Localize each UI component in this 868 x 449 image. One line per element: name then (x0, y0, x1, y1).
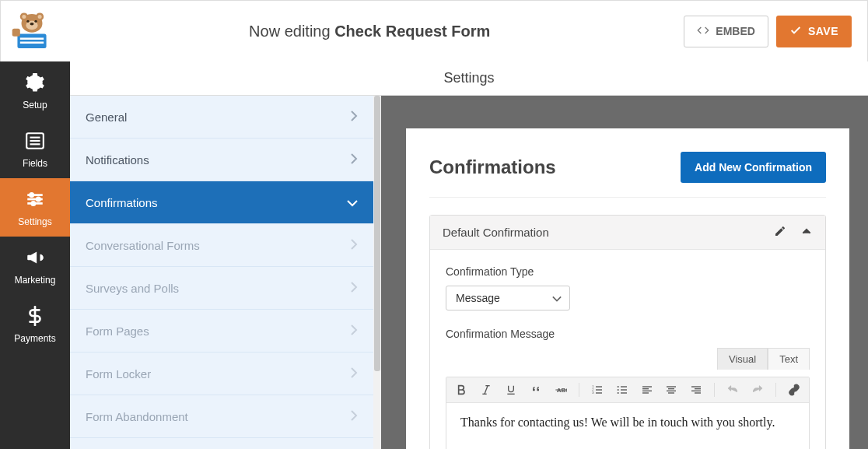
svg-point-39 (617, 389, 618, 391)
save-button[interactable]: SAVE (776, 16, 852, 47)
underline-icon[interactable] (504, 382, 518, 398)
nav-label: Setup (23, 100, 47, 110)
strikethrough-icon[interactable]: ABC (554, 382, 568, 398)
code-icon (697, 24, 709, 39)
save-label: SAVE (808, 25, 838, 37)
sliders-icon (0, 189, 70, 212)
submenu-label: Confirmations (86, 196, 158, 209)
nav-payments[interactable]: Payments (0, 295, 70, 353)
logo (9, 10, 55, 52)
message-label: Confirmation Message (446, 328, 810, 340)
nav-settings[interactable]: Settings (0, 178, 70, 237)
svg-point-4 (38, 15, 42, 19)
submenu-label: General (86, 110, 127, 124)
settings-submenu: General Notifications Confirmations Conv… (70, 96, 381, 449)
check-icon (789, 24, 802, 39)
nav-label: Marketing (15, 275, 56, 286)
chevron-right-icon (350, 110, 358, 124)
chevron-down-icon (347, 196, 358, 209)
list-ul-icon[interactable] (615, 382, 629, 398)
submenu-conversational-forms[interactable]: Conversational Forms (70, 224, 373, 267)
svg-line-23 (485, 386, 488, 395)
nav-marketing[interactable]: Marketing (0, 237, 70, 295)
submenu-form-locker[interactable]: Form Locker (70, 353, 373, 395)
align-center-icon[interactable] (665, 382, 679, 398)
nav-fields[interactable]: Fields (0, 120, 70, 178)
svg-text:3: 3 (592, 391, 594, 395)
submenu-label: Form Pages (86, 324, 149, 338)
svg-point-22 (32, 202, 35, 205)
scrollbar-thumb[interactable] (374, 96, 380, 371)
svg-rect-9 (17, 33, 46, 48)
list-ol-icon[interactable]: 123 (590, 382, 604, 398)
svg-rect-10 (20, 37, 44, 40)
content-column: Confirmations Add New Confirmation Defau… (381, 96, 868, 449)
italic-icon[interactable] (479, 382, 493, 398)
toolbar-separator (775, 383, 776, 397)
svg-point-8 (30, 23, 33, 25)
content-card: Confirmations Add New Confirmation Defau… (406, 128, 849, 449)
bullhorn-icon (0, 247, 70, 270)
submenu-surveys-polls[interactable]: Surveys and Polls (70, 267, 373, 310)
submenu-general[interactable]: General (70, 96, 373, 139)
topbar: Now editing Check Request Form EMBED SAV… (1, 1, 867, 62)
svg-point-40 (617, 392, 618, 394)
editing-label: Now editing (249, 23, 331, 40)
scrollbar[interactable] (373, 96, 381, 449)
confirmation-header[interactable]: Default Confirmation (430, 216, 825, 250)
svg-rect-12 (12, 29, 20, 37)
chevron-right-icon (350, 410, 358, 423)
submenu-label: Form Locker (86, 367, 151, 381)
editor-tabs: Visual Text (446, 348, 810, 370)
svg-point-3 (22, 15, 26, 19)
svg-point-7 (34, 20, 37, 23)
svg-point-21 (37, 198, 40, 201)
undo-icon[interactable] (726, 382, 740, 398)
submenu-form-abandonment[interactable]: Form Abandonment (70, 395, 373, 438)
confirmation-body: Confirmation Type Message Confirmation M… (430, 250, 825, 449)
embed-button[interactable]: EMBED (684, 16, 768, 47)
submenu-label: Notifications (86, 153, 149, 167)
toolbar-separator (714, 383, 715, 397)
type-value: Message (456, 292, 500, 304)
confirmation-actions (774, 225, 813, 240)
tab-visual[interactable]: Visual (717, 348, 768, 370)
submenu-label: Form Abandonment (86, 410, 188, 423)
submenu-confirmations[interactable]: Confirmations (70, 181, 373, 224)
editor-toolbar: ABC 123 (446, 377, 809, 403)
chevron-right-icon (350, 324, 358, 338)
nav-label: Payments (14, 333, 55, 344)
chevron-right-icon (350, 367, 358, 381)
nav-label: Settings (18, 216, 51, 227)
svg-point-20 (30, 193, 33, 196)
svg-point-38 (617, 386, 618, 388)
tab-text[interactable]: Text (768, 348, 810, 370)
bold-icon[interactable] (454, 382, 468, 398)
type-label: Confirmation Type (446, 265, 810, 278)
submenu-notifications[interactable]: Notifications (70, 139, 373, 181)
settings-header: Settings (70, 61, 868, 96)
align-left-icon[interactable] (640, 382, 654, 398)
quote-icon[interactable] (529, 382, 543, 398)
submenu-form-pages[interactable]: Form Pages (70, 310, 373, 353)
form-name: Check Request Form (334, 23, 490, 40)
chevron-down-icon (552, 292, 562, 304)
submenu-label: Surveys and Polls (86, 282, 179, 295)
link-icon[interactable] (787, 382, 801, 398)
svg-rect-11 (20, 42, 44, 44)
edit-icon[interactable] (774, 225, 786, 240)
confirmation-title: Default Confirmation (443, 226, 549, 239)
page-title-area: Now editing Check Request Form (55, 23, 684, 40)
nav-setup[interactable]: Setup (0, 61, 70, 120)
sidebar: Setup Fields Settings Marketing Payments (0, 61, 70, 449)
add-confirmation-button[interactable]: Add New Confirmation (681, 152, 826, 183)
redo-icon[interactable] (751, 382, 765, 398)
type-select[interactable]: Message (446, 286, 570, 310)
gear-icon (0, 72, 70, 95)
chevron-up-icon[interactable] (800, 225, 813, 240)
dollar-icon (0, 306, 70, 328)
editor-content[interactable]: Thanks for contacting us! We will be in … (446, 403, 809, 449)
confirmation-box: Default Confirmation Confirmation Type M… (429, 215, 826, 449)
align-right-icon[interactable] (689, 382, 703, 398)
embed-label: EMBED (716, 25, 755, 37)
